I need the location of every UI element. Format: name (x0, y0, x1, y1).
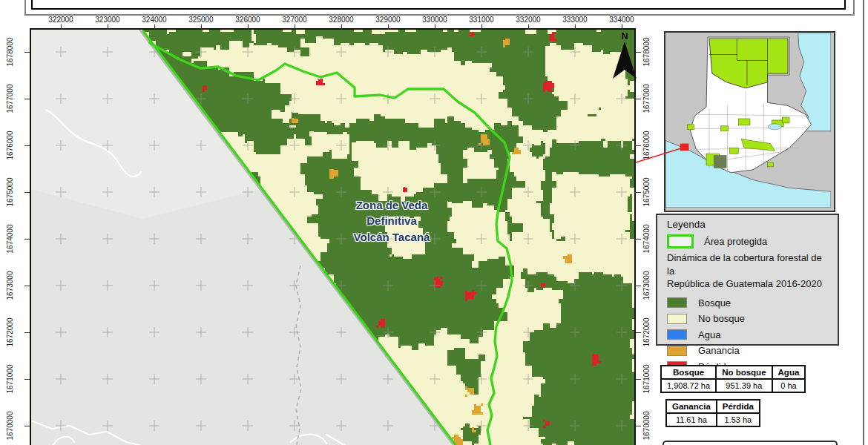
y-axis-label-left: 1678000 (6, 35, 15, 69)
y-axis-label-right: 1675000 (642, 175, 651, 209)
y-axis-label-right: 1670000 (642, 409, 651, 443)
x-axis-tick (108, 24, 108, 30)
inset-dark-patch (714, 155, 727, 168)
x-axis-label: 334000 (605, 16, 638, 24)
x-axis-tick (435, 24, 435, 30)
y-axis-label-right: 1674000 (642, 222, 651, 256)
protected-area-label-line3: Volcán Tacaná (318, 229, 466, 245)
legend-area-protegida-row: Área protegida (667, 234, 830, 248)
y-axis-label-left: 1673000 (6, 268, 15, 303)
y-axis-tick-right (636, 379, 641, 380)
area-protegida-label: Área protegida (704, 236, 767, 247)
coverage-header-cell: No bosque (716, 366, 772, 379)
x-axis-tick (154, 24, 155, 30)
x-axis-label: 329000 (372, 16, 404, 24)
legend-swatch (667, 329, 687, 340)
nonforest-patch (519, 287, 563, 330)
x-axis-tick (575, 24, 576, 30)
y-axis-tick-right (636, 52, 641, 53)
x-axis-label: 325000 (185, 16, 217, 24)
protected-area-label: Zona de Veda Definitiva Volcán Tacaná (318, 197, 466, 245)
x-axis-tick (388, 24, 389, 30)
protected-area-label-line2: Definitiva (318, 213, 466, 228)
north-arrow: N (608, 31, 641, 82)
y-axis-tick-left (24, 52, 30, 53)
x-axis-tick (341, 24, 342, 30)
y-axis-tick-right (636, 192, 641, 193)
north-arrow-icon (611, 42, 638, 79)
x-axis-tick (622, 24, 622, 30)
legend-item-label: Bosque (698, 297, 731, 309)
y-axis-label-right: 1677000 (642, 82, 651, 116)
coverage-header-cell: Bosque (661, 366, 716, 379)
inset-map (664, 31, 835, 212)
x-axis-tick (481, 24, 482, 30)
coverage-value-cell: 951.39 ha (716, 379, 772, 392)
legend-swatch (667, 346, 687, 356)
y-axis-tick-left (24, 239, 30, 240)
change-header-cell: Ganancia (666, 400, 717, 413)
x-axis-label: 326000 (231, 16, 264, 24)
y-axis-label-left: 1675000 (6, 175, 15, 209)
x-axis-label: 327000 (278, 16, 311, 24)
area-protegida-swatch (667, 234, 694, 248)
legend-panel: Leyenda Área protegida Dinámica de la co… (656, 214, 839, 346)
y-axis-tick-left (24, 426, 30, 426)
change-value-cell: 11.61 ha (666, 413, 717, 426)
north-label: N (608, 31, 641, 42)
page-border-right (863, 0, 864, 445)
legend-item-ganancia: Ganancia (667, 343, 830, 359)
y-axis-label-left: 1676000 (6, 128, 15, 162)
x-axis-label: 324000 (138, 16, 171, 24)
x-axis-tick (201, 24, 202, 30)
gain-spot (292, 118, 298, 123)
x-axis-label: 328000 (325, 16, 358, 24)
legend-subtitle: Dinámica de la cobertura forestal de la … (667, 251, 830, 291)
protected-area-label-line1: Zona de Veda (318, 197, 466, 213)
loss-spot (403, 187, 407, 192)
x-axis-label: 323000 (91, 16, 124, 24)
legend-subtitle-line2: República de Guatemala 2016-2020 (667, 277, 830, 291)
y-axis-label-right: 1678000 (642, 35, 651, 69)
x-axis-tick (528, 24, 529, 30)
y-axis-tick-right (636, 286, 641, 286)
legend-item-label: No bosque (698, 313, 745, 324)
bottom-panel (662, 441, 838, 445)
change-header-cell: Pérdida (717, 400, 760, 413)
map-sheet: Zona de Veda Definitiva Volcán Tacaná N … (0, 0, 868, 445)
legend-swatch (667, 297, 687, 308)
y-axis-tick-right (636, 426, 641, 426)
coverage-value-row: 1,908.72 ha951.39 ha0 ha (661, 379, 805, 392)
legend-swatch (667, 314, 687, 324)
title-banner (31, 0, 846, 10)
legend-title: Leyenda (667, 219, 830, 230)
coverage-header-row: BosqueNo bosqueAgua (661, 366, 805, 379)
y-axis-label-left: 1672000 (6, 315, 15, 349)
legend-item-agua: Agua (667, 327, 830, 343)
y-axis-label-right: 1673000 (642, 268, 651, 303)
locator-leader-line (634, 143, 686, 165)
legend-item-label: Ganancia (698, 345, 740, 356)
y-axis-label-left: 1677000 (6, 82, 15, 116)
x-axis-label: 332000 (512, 16, 545, 24)
loss-spot (541, 283, 545, 288)
coverage-value-cell: 0 ha (772, 379, 806, 392)
legend-items: BosqueNo bosqueAguaGananciaPérdida (667, 295, 830, 375)
x-axis-tick (61, 24, 62, 30)
coverage-header-cell: Agua (772, 366, 806, 379)
change-header-row: GananciaPérdida (666, 400, 760, 413)
x-axis-label: 322000 (45, 16, 77, 24)
y-axis-tick-left (24, 286, 30, 286)
x-axis-label: 330000 (418, 16, 451, 24)
change-value-row: 11.61 ha1.53 ha (666, 413, 760, 426)
y-axis-label-left: 1674000 (6, 222, 15, 256)
y-axis-tick-left (24, 332, 30, 333)
x-axis-tick (295, 24, 295, 30)
x-axis-tick (248, 24, 249, 30)
y-axis-tick-left (24, 379, 30, 380)
change-table: GananciaPérdida11.61 ha1.53 ha (665, 399, 760, 427)
legend-item-bosque: Bosque (667, 295, 830, 312)
coverage-value-cell: 1,908.72 ha (661, 379, 716, 392)
y-axis-label-right: 1672000 (642, 315, 651, 349)
y-axis-tick-left (24, 145, 30, 146)
